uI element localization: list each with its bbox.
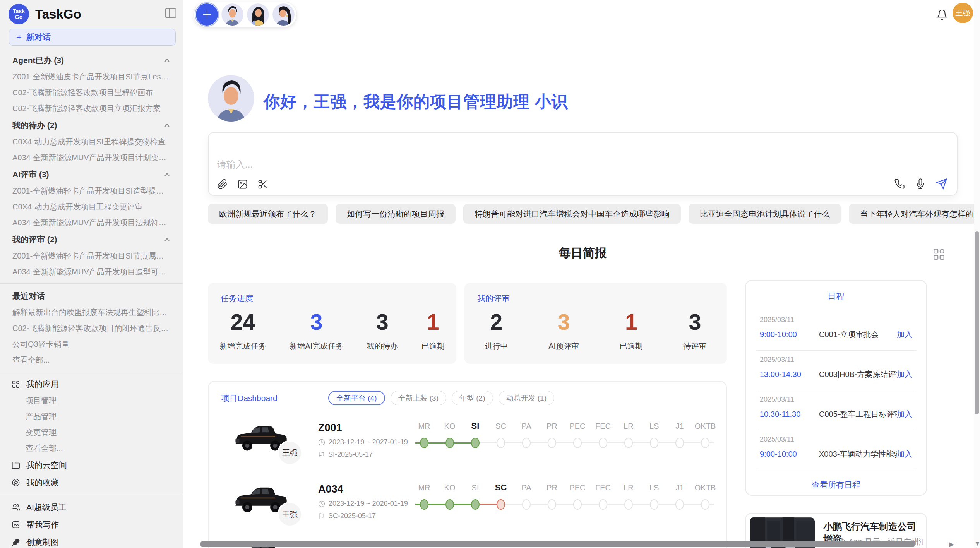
milestone-node-pec [573,499,582,510]
stat-value: 3 [684,306,707,338]
milestone-timeline: MRKOSISCPAPRPECFECLRLSJ1OKTB [411,483,718,514]
stat-value: 3 [290,306,343,338]
menu-sub-label: 产品管理 [26,411,57,422]
join-button[interactable]: 加入 [897,369,912,380]
sidebar-item-product-mgmt[interactable]: 产品管理 [0,409,182,425]
tab-all-new-platform[interactable]: 全新平台 (4) [328,391,385,405]
add-agent-button[interactable] [196,3,218,26]
chevron-up-icon[interactable] [164,238,170,241]
milestone-node-fec [599,499,607,510]
milestone-node-fec [599,438,607,448]
vertical-scrollbar-thumb[interactable] [975,231,979,414]
join-button[interactable]: 加入 [897,329,912,340]
sidebar-item-label: C02-飞腾新能源轻客改款项目里程碑画布 [12,87,153,98]
stat: 24 新增完成任务 [219,306,266,351]
sidebar-item[interactable]: Z001-全新燃油轻卡产品开发项目SI造型提交物评审 [0,183,182,199]
section-header-agent-done[interactable]: Agent已办 (3) [0,51,182,69]
agent-avatar[interactable] [221,3,243,26]
stat: 2 进行中 [485,306,508,351]
section-header-my-todo[interactable]: 我的待办 (2) [0,116,182,134]
sidebar-item[interactable]: C02-飞腾新能源轻客改款项目里程碑画布 [0,85,182,101]
sidebar-item-cloud-space[interactable]: 我的云空间 [0,456,182,474]
sidebar-item[interactable]: Z001-全新燃油轻卡产品开发项目SI节点属性5D文件评审 [0,248,182,264]
horizontal-scrollbar-thumb[interactable] [200,541,915,547]
chevron-up-icon[interactable] [164,123,170,127]
user-avatar[interactable]: 王强 [953,3,973,23]
section-label: 我的评审 (2) [12,234,57,245]
join-button[interactable]: 加入 [897,449,912,459]
project-dates: 2023-12-19 ~ 2026-01-19 [318,500,408,508]
recent-chat-item[interactable]: 解释最新出台的欧盟报废车法规再生塑料比例被调至15%... [0,305,182,320]
sidebar-collapse-icon[interactable] [165,8,176,18]
agent-avatar[interactable] [272,3,295,26]
suggestion-chip[interactable]: 如何写一份清晰的项目周报 [336,204,456,224]
join-button[interactable]: 加入 [897,409,912,420]
recent-view-all[interactable]: 查看全部... [0,352,182,368]
sidebar-item-help-me-write[interactable]: 帮我写作 [0,516,182,533]
recent-chat-item[interactable]: 公司Q3轻卡销量 [0,336,182,352]
milestone-node-oktb [701,499,709,510]
section-header-my-review[interactable]: 我的评审 (2) [0,231,182,248]
dashboard-title: 项目Dashboard [221,393,328,404]
send-icon[interactable] [936,178,947,190]
scroll-down-arrow[interactable]: ▼ [974,540,980,547]
sidebar-item-creative-drawing[interactable]: 创意制图 [0,533,182,548]
sidebar-item[interactable]: C0X4-动力总成开发项目工程变更评审 [0,199,182,215]
project-row[interactable]: 王强 A034 2023-12-19 ~ 2026-01-19 SC-2025-… [209,480,726,538]
tab-new-body[interactable]: 全新上装 (3) [391,391,447,405]
sidebar-item-project-mgmt[interactable]: 项目管理 [0,393,182,409]
sidebar-item-label: A034-全新新能源MUV产品开发项目造型可行性评审 [12,267,170,277]
sidebar-item[interactable]: C0X4-动力总成开发项目SI里程碑提交物检查 [0,134,182,150]
scissors-icon[interactable] [257,179,268,190]
section-header-ai-review[interactable]: AI评审 (3) [0,166,182,183]
milestone-node-oktb [701,438,709,448]
sidebar-item-my-apps[interactable]: 我的应用 [0,375,182,393]
sidebar-item-label: Z001-全新燃油皮卡产品开发项目SI节点Lesson Learn报告 [12,72,170,82]
suggestion-chip[interactable]: 当下年轻人对汽车外观有怎样的喜好趋势 [849,204,980,224]
chevron-up-icon[interactable] [164,173,170,176]
image-icon[interactable] [237,179,248,190]
sidebar-item-favorites[interactable]: 我的收藏 [0,474,182,491]
view-all-schedule-link[interactable]: 查看所有日程 [746,480,926,490]
schedule-date: 2025/03/11 [760,435,912,444]
bell-icon[interactable] [936,9,948,21]
milestone-node-pa [522,438,531,448]
apps-view-all[interactable]: 查看全部... [0,440,182,456]
microphone-icon[interactable] [915,178,926,189]
schedule-time: 9:00-10:00 [760,330,819,339]
tab-year-model[interactable]: 年型 (2) [452,391,493,405]
card-title: 任务进度 [208,283,456,304]
sidebar-item-change-mgmt[interactable]: 变更管理 [0,425,182,440]
sidebar-item-ai-super-staff[interactable]: AI超级员工 [0,498,182,516]
project-row[interactable]: 王强 Z001 2023-12-19 ~ 2027-01-19 SI-2025-… [209,419,726,477]
agent-avatar[interactable] [247,3,269,26]
menu-label: 我的收藏 [26,477,59,488]
sidebar-item[interactable]: C02-飞腾新能源轻客改款项目立项汇报方案 [0,101,182,116]
app-logo-icon: Task Go [9,4,29,24]
chevron-up-icon[interactable] [164,58,170,62]
sidebar-item-label: C0X4-动力总成开发项目SI里程碑提交物检查 [12,137,166,147]
sidebar-item[interactable]: A034-全新新能源MUV产品开发项目计划变更表编写 [0,150,182,166]
recent-chat-item[interactable]: C02-飞腾新能源轻客改款项目的闭环通告反馈情况 [0,320,182,336]
section-label: 我的待办 (2) [12,120,57,131]
phone-icon[interactable] [894,178,905,189]
tab-powertrain-dev[interactable]: 动总开发 (1) [499,391,555,405]
suggestion-chip[interactable]: 特朗普可能对进口汽车增税会对中国车企造成哪些影响 [463,204,681,224]
composer[interactable]: 请输入... [208,132,958,196]
sidebar-item[interactable]: Z001-全新燃油皮卡产品开发项目SI节点Lesson Learn报告 [0,69,182,85]
milestone-node-pec [573,438,582,448]
divider [0,495,182,495]
sidebar-item[interactable]: A034-全新新能源MUV产品开发项目法规符合性评审 [0,215,182,231]
flag-icon [318,513,325,520]
suggestion-chip[interactable]: 欧洲新规最近颁布了什么？ [208,204,328,224]
sidebar-item[interactable]: A034-全新新能源MUV产品开发项目造型可行性评审 [0,264,182,280]
milestone-label-pec: PEC [565,483,590,492]
new-chat-button[interactable]: + 新对话 [9,29,176,46]
milestone-label-oktb: OKTB [692,422,718,431]
milestone-label-pr: PR [539,483,565,492]
scroll-right-arrow[interactable]: ▶ [949,541,954,548]
schedule-event-title: C001-立项审批会 [819,329,897,340]
paperclip-icon[interactable] [217,179,228,190]
layout-grid-icon[interactable] [932,248,946,261]
suggestion-chip[interactable]: 比亚迪全固态电池计划具体说了什么 [689,204,841,224]
